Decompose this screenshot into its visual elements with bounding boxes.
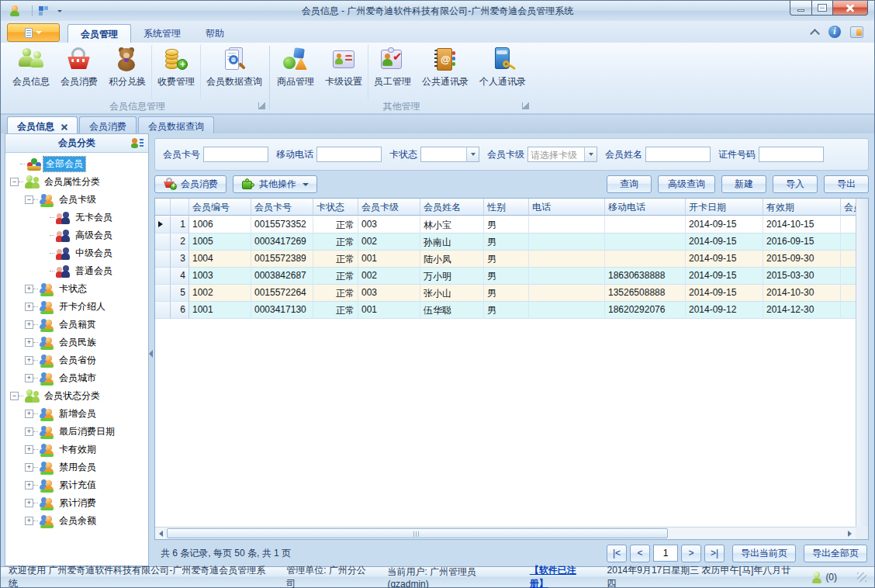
tree-item-member-status-category[interactable]: −会员状态分类: [5, 387, 148, 405]
tree-collapse-icon[interactable]: −: [10, 178, 19, 186]
close-tab-icon[interactable]: [61, 123, 67, 130]
tree-item-member-city[interactable]: +会员城市: [5, 369, 148, 387]
tree-expand-icon[interactable]: +: [25, 463, 33, 472]
ribbon-button-coins[interactable]: +收费管理: [151, 44, 200, 100]
grid-header-card-number[interactable]: 会员卡号: [251, 199, 313, 216]
ribbon-tab-system-management[interactable]: 系统管理: [131, 24, 193, 43]
minimize-button[interactable]: [790, 1, 812, 16]
grid-header-gender[interactable]: 性别: [484, 199, 529, 216]
about-info-icon[interactable]: i: [828, 26, 841, 38]
card-status-select[interactable]: [420, 147, 479, 162]
ribbon-button-card[interactable]: 卡级设置: [320, 44, 368, 100]
grid-header-member-id[interactable]: 会员编号: [189, 199, 251, 216]
grid-header-valid-until[interactable]: 有效期: [763, 199, 841, 216]
next-page-button[interactable]: >: [681, 545, 701, 562]
row-number-header[interactable]: [171, 199, 189, 216]
tree-item-card-status[interactable]: +卡状态: [5, 280, 148, 298]
ribbon-button-staff[interactable]: ✔员工管理: [368, 44, 417, 100]
grid-header-phone[interactable]: 电话: [529, 199, 605, 216]
tree-item-disabled-members[interactable]: +禁用会员: [5, 458, 148, 476]
ribbon-button-shapes[interactable]: 商品管理: [271, 44, 320, 100]
ribbon-tab-help[interactable]: 帮助: [193, 24, 237, 43]
mobile-phone-input[interactable]: [316, 147, 382, 162]
tree-expand-icon[interactable]: +: [25, 517, 33, 525]
tree-item-member-attribute-category[interactable]: −会员属性分类: [5, 173, 148, 191]
prev-page-button[interactable]: <: [630, 545, 650, 562]
resize-grip[interactable]: [857, 572, 866, 582]
advanced-search-button[interactable]: 高级查询: [658, 175, 715, 193]
license-registered-link[interactable]: 【软件已注册】: [530, 564, 595, 588]
tree-item-member-balance[interactable]: +会员余额: [5, 512, 148, 530]
ribbon-button-teddy[interactable]: 积分兑换: [103, 44, 151, 100]
maximize-button[interactable]: [812, 1, 833, 16]
scroll-left-icon[interactable]: [155, 527, 167, 539]
messenger-icon[interactable]: [811, 572, 822, 583]
tree-expand-icon[interactable]: +: [25, 303, 33, 311]
scroll-right-icon[interactable]: [844, 527, 856, 539]
grid-row[interactable]: 210050003417269正常002孙南山男2014-09-152016-0…: [155, 233, 856, 251]
tree-item-member-birthplace[interactable]: +会员籍贯: [5, 316, 148, 334]
close-button[interactable]: [833, 1, 868, 16]
tree-expand-icon[interactable]: +: [25, 285, 33, 293]
export-all-pages-button[interactable]: 导出全部页: [804, 545, 867, 562]
member-list-icon[interactable]: [131, 137, 144, 149]
tree-item-total-recharge[interactable]: +累计充值: [5, 476, 148, 494]
export-current-page-button[interactable]: 导出当前页: [732, 545, 796, 562]
member-name-input[interactable]: [645, 147, 711, 162]
grid-header-card-level[interactable]: 会员卡级: [358, 199, 420, 216]
export-button[interactable]: 导出: [824, 175, 869, 193]
tree-item-new-members[interactable]: +新增会员: [5, 405, 148, 423]
tree-expand-icon[interactable]: +: [25, 356, 33, 365]
horizontal-scrollbar[interactable]: [155, 527, 856, 539]
member-consume-button[interactable]: +会员消费: [154, 175, 227, 193]
grid-row[interactable]: 510020015572264正常003张小山男135265088882014-…: [155, 285, 856, 302]
tree-expand-icon[interactable]: +: [25, 374, 33, 382]
chevron-down-icon[interactable]: [584, 147, 597, 161]
tree-item-card-introducer[interactable]: +开卡介绍人: [5, 298, 148, 316]
grid-header-member-name[interactable]: 会员姓名: [420, 199, 484, 216]
ribbon-button-bluebook[interactable]: 个人通讯录: [474, 44, 531, 100]
tree-item-regular-member[interactable]: 普通会员: [5, 262, 148, 280]
grid-row[interactable]: 610010003417130正常001伍华聪男186202920762014-…: [155, 302, 856, 319]
tree-expand-icon[interactable]: +: [25, 427, 33, 436]
dialog-launcher-icon[interactable]: [522, 102, 529, 109]
ribbon-tab-member-management[interactable]: 会员管理: [67, 24, 131, 43]
id-number-input[interactable]: [759, 147, 824, 162]
tree-item-total-consume[interactable]: +累计消费: [5, 494, 148, 512]
tree-expand-icon[interactable]: +: [25, 499, 33, 507]
tree-item-member-card-level[interactable]: −会员卡级: [5, 191, 148, 209]
card-number-input[interactable]: [203, 147, 268, 162]
ribbon-button-members[interactable]: 会员信息: [7, 44, 55, 100]
import-button[interactable]: 导入: [773, 175, 818, 193]
dialog-launcher-icon[interactable]: [258, 102, 265, 109]
card-level-select[interactable]: 请选择卡级: [527, 147, 597, 162]
tree-item-member-province[interactable]: +会员省份: [5, 351, 148, 369]
sidebar-splitter[interactable]: [149, 133, 153, 566]
tree-item-senior-member[interactable]: 高级会员: [5, 227, 148, 244]
chevron-down-icon[interactable]: [466, 147, 479, 161]
tree-item-member-ethnicity[interactable]: +会员民族: [5, 334, 148, 351]
tree-expand-icon[interactable]: +: [25, 410, 33, 418]
collapse-ribbon-icon[interactable]: [810, 28, 819, 36]
grid-header-member-extra[interactable]: 会员: [841, 199, 856, 216]
grid-header-card-status[interactable]: 卡状态: [313, 199, 358, 216]
ribbon-button-doc-search[interactable]: 会员数据查询: [200, 44, 268, 100]
grid-header-open-date[interactable]: 开卡日期: [686, 199, 763, 216]
horizontal-scroll-thumb[interactable]: [167, 528, 668, 538]
new-button[interactable]: 新建: [721, 175, 766, 193]
tree-collapse-icon[interactable]: −: [25, 195, 33, 204]
grid-header-mobile-phone[interactable]: 移动电话: [605, 199, 686, 216]
tree-expand-icon[interactable]: +: [25, 320, 33, 329]
tree-item-last-consume-date[interactable]: +最后消费日期: [5, 423, 148, 441]
other-operations-button[interactable]: 其他操作: [233, 175, 317, 193]
tree-collapse-icon[interactable]: −: [10, 392, 19, 400]
application-menu-button[interactable]: [7, 23, 60, 42]
last-page-button[interactable]: >|: [704, 545, 725, 562]
first-page-button[interactable]: |<: [607, 545, 627, 562]
tree-item-no-card-member[interactable]: 无卡会员: [5, 209, 148, 227]
tree-expand-icon[interactable]: +: [25, 338, 33, 347]
doc-tab-member-data-query[interactable]: 会员数据查询: [138, 116, 214, 133]
grid-row[interactable]: 310040015572389正常001陆小凤男2014-09-152015-0…: [155, 251, 856, 268]
doc-tab-member-consume[interactable]: 会员消费: [79, 116, 137, 133]
tree-expand-icon[interactable]: +: [25, 445, 33, 454]
